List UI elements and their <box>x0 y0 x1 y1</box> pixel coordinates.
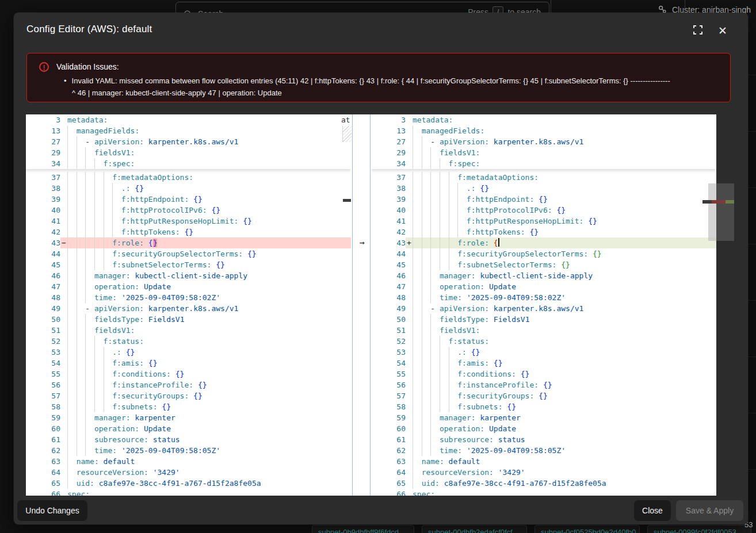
diff-sash[interactable] <box>351 114 371 496</box>
code-line: 58 f:subnets: {} <box>26 401 351 412</box>
code-line: 29 fieldsV1: <box>371 147 716 158</box>
revert-change-arrow-icon[interactable]: → <box>355 237 369 248</box>
background-row-divider <box>748 413 756 413</box>
code-line: 62 time: '2025-09-04T09:58:05Z' <box>26 445 351 456</box>
line-number: 56 <box>26 379 60 390</box>
code-line: 13 managedFields: <box>371 125 716 136</box>
line-number: 52 <box>371 336 406 347</box>
code-line: 59 manager: karpenter <box>371 412 716 423</box>
code-line: 37 f:metadataOptions: <box>371 172 716 183</box>
screen: Search Press / to search Cluster: anirba… <box>0 0 756 533</box>
line-number: 34 <box>26 158 60 169</box>
validation-title: Validation Issues: <box>56 62 119 71</box>
code-line: 38 .: {} <box>371 183 716 194</box>
line-number: 46 <box>371 270 406 281</box>
code-line: 59 manager: karpenter <box>26 412 351 423</box>
code-line: 34 f:spec: <box>26 158 351 169</box>
subnet-chip: subnet-0b9dbfbff9f6fdcd <box>312 525 414 533</box>
fullscreen-icon[interactable] <box>693 25 705 37</box>
code-line: 57 f:securityGroups: {} <box>26 390 351 401</box>
line-number: 55 <box>26 369 60 379</box>
line-number: 37 <box>26 172 60 183</box>
line-number: 48 <box>26 292 60 303</box>
code-line: 57 f:securityGroups: {} <box>371 390 716 401</box>
diff-original-pane[interactable]: 3metadata:13 managedFields:27 - apiVersi… <box>26 114 351 496</box>
background-row-divider <box>748 244 756 244</box>
background-row-divider <box>748 356 756 357</box>
code-line: 47 operation: Update <box>371 281 716 292</box>
code-line: 63 name: default <box>26 456 351 467</box>
line-number: 51 <box>371 325 406 336</box>
line-number: 55 <box>371 369 406 379</box>
line-number: 64 <box>26 467 60 478</box>
line-number: 61 <box>26 434 60 445</box>
close-button[interactable]: Close <box>634 500 671 521</box>
line-number: 61 <box>371 434 406 445</box>
diff-modified-pane[interactable]: 3metadata:13 managedFields:27 - apiVersi… <box>371 114 716 496</box>
code-line: 37 f:metadataOptions: <box>26 172 351 183</box>
sticky-scroll-left: 3metadata:13 managedFields:27 - apiVersi… <box>26 114 351 169</box>
line-number: 65 <box>371 478 406 489</box>
close-icon[interactable]: ✕ <box>716 25 729 37</box>
code-line: 48 time: '2025-09-04T09:58:02Z' <box>371 292 716 303</box>
line-number: 27 <box>371 136 406 147</box>
line-number: 37 <box>371 172 406 183</box>
code-line: 3metadata: <box>371 114 716 125</box>
undo-changes-button[interactable]: Undo Changes <box>17 500 87 521</box>
line-number: 47 <box>26 281 60 292</box>
code-line: 51 fieldsV1: <box>26 325 351 336</box>
subnet-chip-row: subnet-0b9dbfbff9f6fdcdsubnet-00dbfb2eda… <box>0 524 756 533</box>
line-number: 53 <box>371 347 406 358</box>
code-line: 27 - apiVersion: karpenter.k8s.aws/v1 <box>26 136 351 147</box>
code-line: 43− f:role: {} <box>26 237 351 248</box>
text-cursor <box>498 238 499 247</box>
line-number: 38 <box>371 183 406 194</box>
overview-ruler-added-mark <box>726 200 734 204</box>
editor-scrollbar[interactable] <box>708 183 716 241</box>
code-line: 64 resourceVersion: '3429' <box>371 467 716 478</box>
code-line: 60 operation: Update <box>26 423 351 434</box>
line-number: 13 <box>371 125 406 136</box>
line-number: 60 <box>371 423 406 434</box>
code-line: 65 uid: c8afe97e-38cc-4f91-a767-d15f2a8f… <box>26 478 351 489</box>
line-number: 59 <box>26 412 60 423</box>
line-number: 65 <box>26 478 60 489</box>
line-number: 40 <box>371 205 406 216</box>
code-line: 64 resourceVersion: '3429' <box>26 467 351 478</box>
sticky-scroll-right: 3metadata:13 managedFields:27 - apiVersi… <box>371 114 716 169</box>
code-line: 52 f:status: <box>26 336 351 347</box>
line-number: 51 <box>26 325 60 336</box>
background-row-divider <box>748 75 756 75</box>
code-line: 63 name: default <box>371 456 716 467</box>
code-line: 45 f:subnetSelectorTerms: {} <box>371 259 716 270</box>
code-line: 53 .: {} <box>371 347 716 358</box>
code-line: 53 .: {} <box>26 347 351 358</box>
line-number: 62 <box>26 445 60 456</box>
code-line: 49 - apiVersion: karpenter.k8s.aws/v1 <box>26 303 351 314</box>
yaml-diff-editor[interactable]: 3metadata:13 managedFields:27 - apiVersi… <box>26 114 716 496</box>
code-line: 34 f:spec: <box>371 158 716 169</box>
danger-icon: ! <box>39 62 49 72</box>
overview-ruler-shadow <box>702 200 712 204</box>
line-number: 45 <box>26 259 60 270</box>
code-line: 48 time: '2025-09-04T09:58:02Z' <box>26 292 351 303</box>
save-apply-button[interactable]: Save & Apply <box>676 500 743 521</box>
code-line: 49 - apiVersion: karpenter.k8s.aws/v1 <box>371 303 716 314</box>
line-number: 60 <box>26 423 60 434</box>
line-number: 66 <box>26 489 60 496</box>
scrollbar-slider-hover[interactable] <box>716 183 734 241</box>
line-number: 50 <box>371 314 406 325</box>
validation-banner: ! Validation Issues: Invalid YAML: misse… <box>26 53 731 102</box>
code-line: 27 - apiVersion: karpenter.k8s.aws/v1 <box>371 136 716 147</box>
line-number: 58 <box>371 401 406 412</box>
code-line: 42 f:httpTokens: {} <box>26 227 351 237</box>
line-number: 50 <box>26 314 60 325</box>
overview-ruler-deleted-mark <box>712 200 726 204</box>
code-line: 62 time: '2025-09-04T09:58:05Z' <box>371 445 716 456</box>
line-number: 58 <box>26 401 60 412</box>
code-line: 47 operation: Update <box>26 281 351 292</box>
background-row-divider <box>748 469 756 470</box>
background-row-divider <box>748 187 756 188</box>
config-editor-dialog: Config Editor (AWS): default ✕ ! Validat… <box>14 13 748 524</box>
code-line: 50 fieldsType: FieldsV1 <box>26 314 351 325</box>
